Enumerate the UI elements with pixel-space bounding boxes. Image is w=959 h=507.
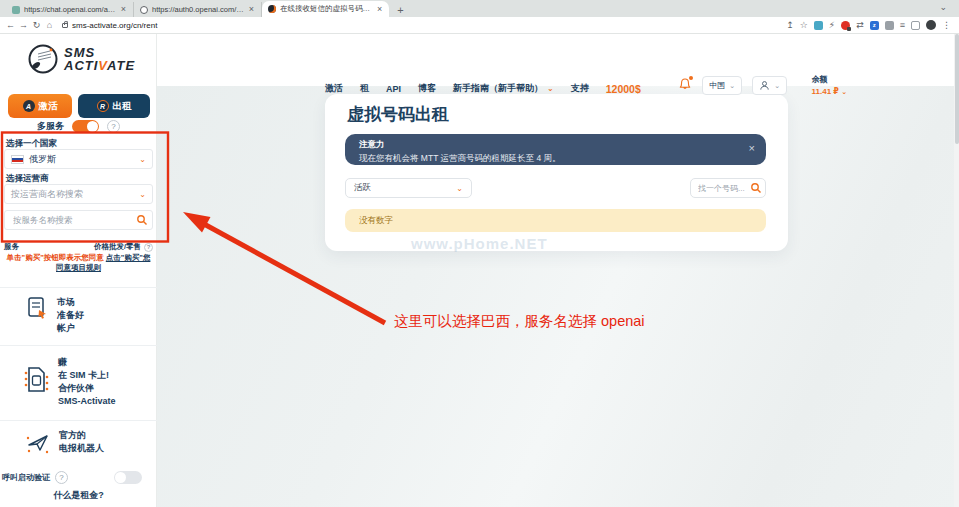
account-menu-button[interactable]: ⌄	[752, 76, 787, 95]
menu-line: 电报机器人	[59, 442, 104, 455]
tab-close-icon[interactable]: ×	[120, 5, 127, 14]
menu-line: 合作伙伴	[58, 382, 116, 395]
call-verification-toggle[interactable]	[114, 471, 142, 484]
window-chevron-icon[interactable]: ⌄	[939, 2, 947, 12]
call-verification-row: 呼叫启动验证 ?	[2, 471, 154, 484]
profile-avatar[interactable]	[926, 20, 936, 30]
market-accounts-icon	[26, 296, 48, 320]
sidebar-toggle-icon[interactable]	[911, 21, 920, 30]
toolbar-right-icons: ↥ ☆ ⚡ ⇄ z ≡ ⋮	[786, 20, 959, 30]
person-icon	[759, 80, 770, 91]
nav-rent[interactable]: 租	[360, 82, 369, 95]
activation-label: 激活	[39, 100, 58, 113]
chevron-down-icon: ⌄	[139, 155, 146, 164]
service-search-input[interactable]	[4, 210, 153, 230]
logo-text: SMS ACTIVATE	[64, 46, 135, 72]
watermark-text: www.pHome.NET	[411, 235, 548, 252]
service-column-label: 服务	[4, 242, 19, 252]
call-help-icon[interactable]: ?	[55, 471, 68, 484]
record-extension-icon[interactable]	[841, 21, 850, 30]
what-is-rent-link[interactable]: 什么是租金?	[0, 489, 157, 502]
swap-extension-icon[interactable]: ⇄	[856, 20, 864, 30]
multi-service-toggle[interactable]	[72, 120, 99, 133]
share-icon[interactable]: ↥	[786, 20, 794, 30]
menu-line: 赚	[58, 356, 116, 369]
url-text[interactable]: sms-activate.org/cn/rent	[72, 21, 157, 30]
empty-state-message: 没有数字	[345, 209, 766, 232]
tab-close-icon[interactable]: ×	[248, 5, 255, 14]
chevron-down-icon: ⌄	[547, 84, 554, 93]
sms-activate-favicon-icon	[268, 5, 276, 13]
price-column-label: 价格批发/零售	[94, 242, 141, 252]
balance-block[interactable]: 余额 11.41 ₽ ⌄	[812, 74, 847, 96]
browser-menu-icon[interactable]: ⋮	[942, 20, 951, 30]
nav-blog[interactable]: 博客	[418, 82, 436, 95]
promo-badge[interactable]: 12000$	[606, 83, 641, 95]
help-question-icon[interactable]: ?	[107, 120, 120, 133]
sidebar-item-partner-sim[interactable]: 赚 在 SIM 卡上! 合作伙伴 SMS-Activate	[0, 356, 157, 408]
search-icon	[136, 214, 148, 226]
menu-line: 准备好	[57, 309, 84, 322]
purchase-agreement-text: 单击"购买"按钮即表示您同意 点击"购买"您同意项目规则	[3, 253, 154, 273]
header-right: 中国 ⌄ ⌄	[678, 76, 787, 95]
sim-card-icon	[23, 365, 49, 395]
status-filter-select[interactable]: 活跃 ⌄	[345, 178, 472, 198]
logo-icon	[26, 42, 60, 76]
bookmark-star-icon[interactable]: ☆	[800, 20, 808, 30]
z-extension-icon[interactable]: z	[870, 21, 879, 30]
page-scrollbar[interactable]	[954, 34, 959, 507]
nav-guide[interactable]: 新手指南（新手帮助）	[453, 82, 543, 95]
notification-dot	[689, 76, 693, 80]
russia-flag-icon	[11, 155, 24, 164]
nav-activation[interactable]: 激活	[325, 82, 343, 95]
multi-service-row: 多服务 ?	[0, 120, 157, 133]
sms-activate-logo[interactable]: SMS ACTIVATE	[26, 42, 135, 76]
forward-icon[interactable]: →	[17, 20, 30, 30]
back-icon[interactable]: ←	[4, 20, 17, 30]
notification-bell-icon[interactable]	[678, 77, 692, 95]
activation-mode-button[interactable]: A 激活	[8, 94, 72, 118]
balance-label: 余额	[812, 74, 847, 85]
browser-tab-active[interactable]: 在线接收短信的虚拟号码 - SMS ×	[262, 1, 389, 17]
sidebar-item-telegram-bot[interactable]: 官方的 电报机器人	[0, 429, 157, 455]
main-nav: 激活 租 API 博客 新手指南（新手帮助） ⌄ 支持 12000$	[325, 82, 641, 95]
rent-badge-icon: R	[97, 100, 109, 112]
chevron-down-icon: ⌄	[774, 82, 780, 90]
rent-card: 虚拟号码出租 注意力 现在您有机会将 MTT 运营商号码的租期延长至 4 周。 …	[325, 94, 788, 251]
sidebar-item-market[interactable]: 市场 准备好 帐户	[0, 296, 157, 335]
browser-tab-strip: https://chat.openai.com/auth/l × https:/…	[0, 0, 959, 17]
alert-close-icon[interactable]: ×	[749, 143, 755, 154]
lightning-extension-icon[interactable]: ⚡	[829, 20, 835, 30]
extension-icon[interactable]	[814, 21, 823, 30]
search-icon	[750, 182, 762, 194]
rent-mode-button[interactable]: R 出租	[78, 94, 150, 118]
country-select[interactable]: 俄罗斯 ⌄	[4, 149, 153, 169]
status-filter-value: 活跃	[354, 182, 371, 194]
chevron-down-icon: ⌄	[456, 184, 463, 193]
reading-list-icon[interactable]: ≡	[900, 20, 905, 30]
address-bar[interactable]: sms-activate.org/cn/rent	[62, 21, 786, 30]
price-help-icon[interactable]: ?	[144, 243, 153, 252]
language-value: 中国	[709, 80, 725, 91]
browser-tab-2[interactable]: https://auth0.openai.com/u/sig ×	[134, 2, 262, 17]
call-verification-label: 呼叫启动验证	[2, 472, 50, 483]
annotation-note: 这里可以选择巴西，服务名选择 openai	[394, 312, 645, 331]
new-tab-button[interactable]: +	[397, 4, 403, 16]
reload-icon[interactable]: ↻	[30, 20, 43, 30]
language-select[interactable]: 中国 ⌄	[702, 76, 742, 95]
nav-api[interactable]: API	[386, 84, 401, 94]
tab-title: 在线接收短信的虚拟号码 - SMS	[280, 4, 372, 14]
nav-support[interactable]: 支持	[571, 82, 589, 95]
menu-line: 在 SIM 卡上!	[58, 369, 116, 382]
multi-service-label: 多服务	[37, 120, 64, 133]
tab-close-icon[interactable]: ×	[376, 5, 383, 14]
globe-favicon-icon	[140, 6, 148, 14]
home-icon[interactable]: ⌂	[43, 20, 56, 30]
browser-tab-1[interactable]: https://chat.openai.com/auth/l ×	[6, 2, 134, 17]
country-value: 俄罗斯	[29, 153, 56, 166]
operator-select[interactable]: 按运营商名称搜索 ⌄	[4, 184, 153, 204]
page-title: 虚拟号码出租	[347, 103, 449, 126]
sidebar: SMS ACTIVATE A 激活 R 出租 多服务 ? 选择一个国家 俄罗斯 …	[0, 34, 157, 507]
divider	[0, 287, 157, 288]
extensions-puzzle-icon[interactable]	[885, 21, 894, 30]
